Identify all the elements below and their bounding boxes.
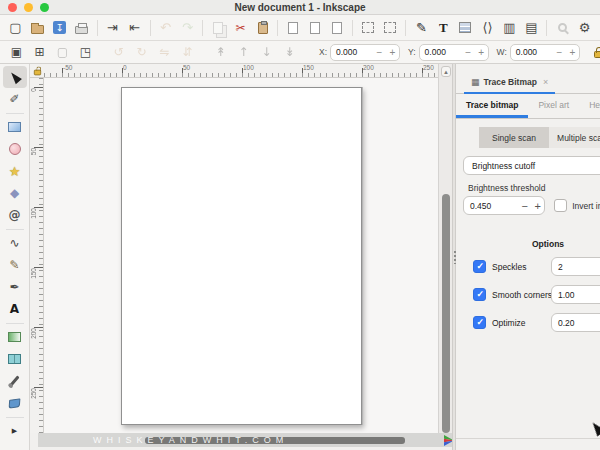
scroll-up-icon[interactable]: ▲ [441, 66, 451, 77]
redo-icon[interactable]: ↷ [177, 17, 198, 38]
horizontal-scrollbar[interactable]: WHISKEYANDWHIT.COM [38, 433, 454, 447]
increment-button[interactable]: + [386, 47, 399, 58]
option-checkbox[interactable] [473, 316, 486, 329]
selection-frame-icon[interactable]: ◳ [74, 43, 97, 62]
trace-bitmap-dialog-tab[interactable]: ▦ Trace Bitmap × [464, 71, 555, 94]
canvas[interactable] [44, 78, 438, 433]
close-icon[interactable]: × [543, 77, 548, 87]
save-icon[interactable]: ↧ [49, 17, 70, 38]
scan-mode-button[interactable]: Multiple scans [549, 127, 600, 148]
increment-button[interactable]: + [531, 200, 544, 212]
unlink-clone-icon[interactable] [327, 17, 348, 38]
document-properties-icon[interactable]: ▤ [521, 17, 542, 38]
decrement-button[interactable]: − [518, 200, 531, 212]
option-value-input[interactable]: 0.20 [551, 313, 600, 332]
paint-bucket-tool[interactable] [3, 392, 27, 414]
detection-mode-dropdown[interactable]: Brightness cutoff [463, 156, 600, 175]
vertical-scrollbar[interactable]: ▲ [438, 64, 452, 433]
flip-horizontal-icon[interactable]: ⇋ [153, 43, 176, 62]
toolbar-separator [402, 17, 410, 38]
raise-icon[interactable]: ↑ [232, 43, 255, 62]
horizontal-ruler[interactable]: -50050100150200250 [44, 64, 438, 78]
lower-to-bottom-icon[interactable]: ↡ [278, 43, 301, 62]
raise-to-top-icon[interactable]: ↟ [209, 43, 232, 62]
close-button[interactable] [8, 3, 17, 12]
preferences-icon[interactable]: ⚙ [574, 17, 595, 38]
transform-actions: ↺ ↻ ⇋ ⇵ [107, 43, 199, 62]
option-checkbox[interactable] [473, 288, 486, 301]
spiral-tool[interactable]: @ [3, 204, 27, 226]
decrement-button[interactable]: − [553, 47, 566, 58]
number-input[interactable]: 0.000 − + [330, 44, 400, 61]
increment-button[interactable]: + [475, 47, 488, 58]
increment-button[interactable]: + [566, 47, 579, 58]
xml-editor-icon[interactable]: ⟨⟩ [477, 17, 498, 38]
x-field: X: 0.000 − + [319, 44, 400, 61]
decrement-button[interactable]: − [462, 47, 475, 58]
layers-icon[interactable] [455, 17, 476, 38]
rotate-cw-icon[interactable]: ↻ [130, 43, 153, 62]
toolbox-expand-icon[interactable]: ▶ [3, 420, 27, 442]
cut-icon[interactable]: ✂ [230, 17, 251, 38]
rotate-ccw-icon[interactable]: ↺ [107, 43, 130, 62]
option-value-input[interactable]: 2 [551, 257, 600, 276]
export-icon[interactable]: ⇤ [124, 17, 145, 38]
import-icon[interactable]: ⇥ [102, 17, 123, 38]
node-tool[interactable]: ✐ [3, 88, 27, 110]
vertical-scrollbar-thumb[interactable] [442, 194, 450, 433]
lower-icon[interactable]: ↓ [255, 43, 278, 62]
gradient-tool[interactable] [3, 326, 27, 348]
find-icon[interactable] [552, 17, 573, 38]
selector-tool[interactable] [3, 66, 27, 88]
open-icon[interactable] [27, 17, 48, 38]
print-icon[interactable] [71, 17, 92, 38]
group-icon[interactable] [358, 17, 379, 38]
dropper-tool[interactable] [3, 370, 27, 392]
ellipse-tool[interactable] [3, 138, 27, 160]
number-input[interactable]: 0.000 − + [419, 44, 489, 61]
align-distribute-icon[interactable]: ▥ [499, 17, 520, 38]
undo-icon[interactable]: ↶ [155, 17, 176, 38]
duplicate-icon[interactable] [283, 17, 304, 38]
optimize-option: Optimize 0.20 [463, 313, 600, 332]
zoom-button[interactable] [40, 3, 49, 12]
text-tool[interactable]: A [3, 298, 27, 320]
deselect-icon[interactable]: ▢ [51, 43, 74, 62]
trace-mode-tab[interactable]: Help [579, 94, 600, 118]
mesh-tool[interactable] [3, 348, 27, 370]
trace-mode-tab[interactable]: Pixel art [528, 94, 579, 118]
flip-vertical-icon[interactable]: ⇵ [176, 43, 199, 62]
toolbar-separator [93, 17, 101, 38]
clone-icon[interactable] [305, 17, 326, 38]
trace-mode-tab[interactable]: Trace bitmap [456, 94, 528, 118]
ungroup-icon[interactable] [380, 17, 401, 38]
smooth-corners-option: Smooth corners 1.00 [463, 285, 600, 304]
scan-mode-button[interactable]: Single scan [479, 127, 549, 148]
star-tool[interactable]: ★ [3, 160, 27, 182]
vertical-ruler[interactable]: 050100150200250 [30, 78, 44, 433]
text-dialog-icon[interactable]: T [433, 17, 454, 38]
trace-bitmap-panel: ▦ Trace Bitmap × Trace bitmapPixel artHe… [456, 64, 600, 450]
fill-stroke-icon[interactable]: ✎ [411, 17, 432, 38]
new-document-icon[interactable]: ▢ [5, 17, 26, 38]
paste-icon[interactable] [252, 17, 273, 38]
minimize-button[interactable] [24, 3, 33, 12]
pen-tool[interactable]: ∿ [3, 232, 27, 254]
lock-ratio-toggle[interactable] [588, 47, 600, 58]
select-all-layers-icon[interactable]: ⊞ [28, 43, 51, 62]
copy-icon[interactable] [208, 17, 229, 38]
threshold-input[interactable]: 0.450 − + [463, 196, 545, 215]
invert-image-checkbox[interactable] [554, 199, 567, 212]
trace-bitmap-icon: ▦ [471, 77, 480, 87]
option-checkbox[interactable] [473, 260, 486, 273]
option-value-input[interactable]: 1.00 [551, 285, 600, 304]
select-all-icon[interactable]: ▣ [5, 43, 28, 62]
document-page[interactable] [121, 87, 362, 425]
ruler-corner[interactable] [30, 64, 44, 78]
pencil-tool[interactable]: ✎ [3, 254, 27, 276]
rectangle-tool[interactable] [3, 116, 27, 138]
box3d-tool[interactable]: ◆ [3, 182, 27, 204]
calligraphy-tool[interactable]: ✒ [3, 276, 27, 298]
number-input[interactable]: 0.000 − + [510, 44, 580, 61]
decrement-button[interactable]: − [373, 47, 386, 58]
